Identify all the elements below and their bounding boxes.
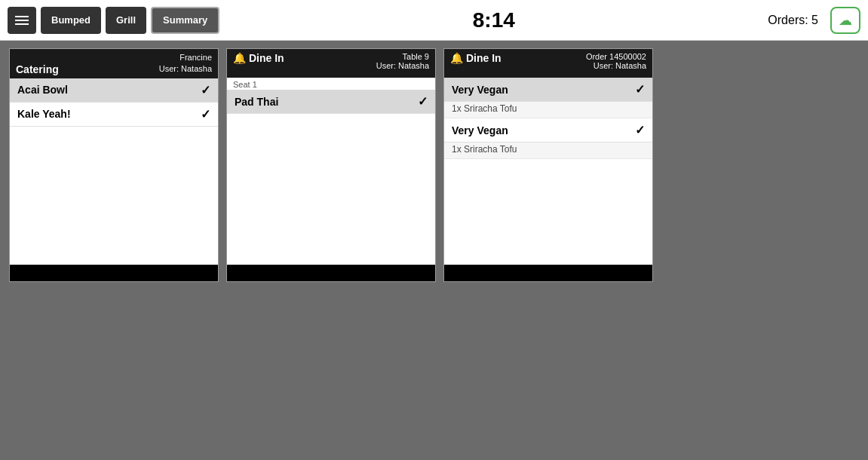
item-label: Very Vegan xyxy=(452,84,508,96)
card-body: Acai Bowl ✓ Kale Yeah! ✓ xyxy=(10,78,218,265)
item-label: Kale Yeah! xyxy=(17,108,71,120)
header-left: Bumped Grill Summary xyxy=(8,7,219,34)
order-meta: Table 9 User: Natasha xyxy=(376,52,429,70)
header: Bumped Grill Summary 8:14 Orders: 5 ☁ xyxy=(0,0,868,41)
card-footer xyxy=(10,265,218,281)
menu-button[interactable] xyxy=(8,7,36,34)
order-sub-item: 1x Sriracha Tofu xyxy=(444,102,652,118)
clock-display: 8:14 xyxy=(219,8,768,32)
order-meta: Francine User: Natasha xyxy=(159,52,212,75)
cloud-icon: ☁ xyxy=(839,12,852,29)
card-body: Seat 1 Pad Thai ✓ xyxy=(227,78,435,265)
card-header: 🔔 Dine In Order 14500002 User: Natasha xyxy=(444,49,652,78)
grill-button[interactable]: Grill xyxy=(106,7,146,34)
checkmark-icon: ✓ xyxy=(201,83,210,97)
bell-icon: 🔔 xyxy=(450,52,463,64)
card-footer xyxy=(227,265,435,281)
checkmark-icon: ✓ xyxy=(635,123,645,137)
card-footer xyxy=(444,265,652,281)
station-name: Catering xyxy=(16,63,59,75)
checkmark-icon: ✓ xyxy=(201,107,210,121)
item-label: Acai Bowl xyxy=(17,84,68,96)
order-sub-item: 1x Sriracha Tofu xyxy=(444,143,652,159)
order-item[interactable]: Acai Bowl ✓ xyxy=(10,78,218,103)
station-group: 🔔 Dine In xyxy=(233,52,284,64)
meta-line2: User: Natasha xyxy=(376,61,429,70)
order-item[interactable]: Pad Thai ✓ xyxy=(227,90,435,114)
order-item[interactable]: Kale Yeah! ✓ xyxy=(10,103,218,127)
bumped-button[interactable]: Bumped xyxy=(41,7,101,34)
checkmark-icon: ✓ xyxy=(418,94,428,109)
item-label: Very Vegan xyxy=(452,124,508,136)
bell-icon: 🔔 xyxy=(233,52,246,64)
order-item[interactable]: Very Vegan ✓ xyxy=(444,78,652,102)
orders-count: Orders: 5 xyxy=(768,14,818,27)
meta-line1: Francine xyxy=(159,52,212,63)
station-group: 🔔 Dine In xyxy=(450,52,501,64)
order-item[interactable]: Very Vegan ✓ xyxy=(444,118,652,143)
item-label: Pad Thai xyxy=(235,96,278,108)
station-name: Dine In xyxy=(466,52,501,64)
dine-in-card-2: 🔔 Dine In Order 14500002 User: Natasha V… xyxy=(443,48,653,282)
card-body: Very Vegan ✓ 1x Sriracha Tofu Very Vegan… xyxy=(444,78,652,265)
main-content: Catering Francine User: Natasha Acai Bow… xyxy=(0,41,868,460)
meta-line1: Order 14500002 xyxy=(586,52,646,61)
meta-line1: Table 9 xyxy=(376,52,429,61)
catering-card-header: Catering Francine User: Natasha xyxy=(10,49,218,78)
checkmark-icon: ✓ xyxy=(635,82,645,97)
station-name: Dine In xyxy=(249,52,284,64)
seat-label: Seat 1 xyxy=(227,78,435,90)
order-meta: Order 14500002 User: Natasha xyxy=(586,52,646,70)
dine-in-card-1: 🔔 Dine In Table 9 User: Natasha Seat 1 P… xyxy=(226,48,436,282)
catering-card: Catering Francine User: Natasha Acai Bow… xyxy=(9,48,219,282)
summary-button[interactable]: Summary xyxy=(151,7,219,34)
cloud-sync-button[interactable]: ☁ xyxy=(830,7,860,34)
meta-line2: User: Natasha xyxy=(159,63,212,75)
card-header: 🔔 Dine In Table 9 User: Natasha xyxy=(227,49,435,78)
meta-line2: User: Natasha xyxy=(586,61,646,70)
